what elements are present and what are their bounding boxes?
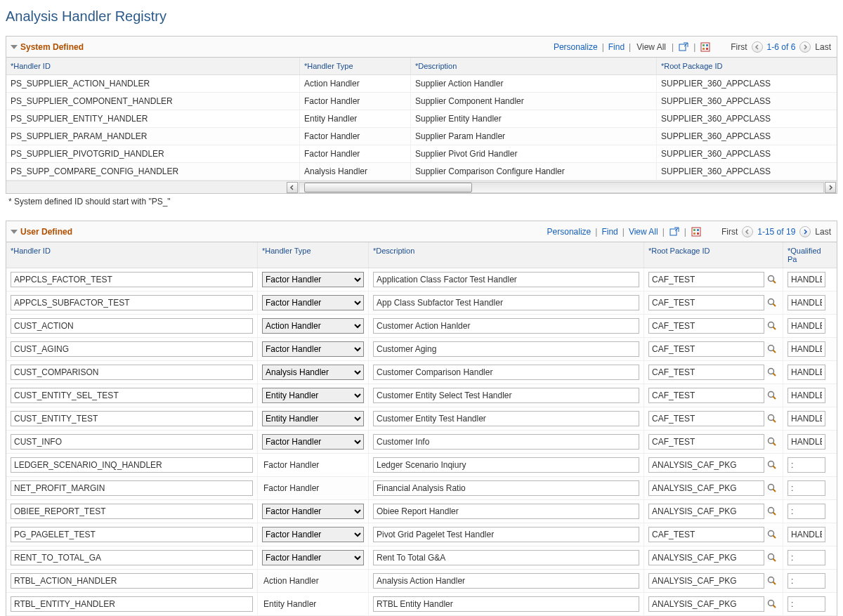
lookup-icon[interactable] bbox=[766, 575, 778, 587]
lookup-icon[interactable] bbox=[766, 366, 778, 379]
root-package-input[interactable] bbox=[648, 411, 764, 426]
handler-type-select[interactable]: Action HandlerAnalysis HandlerEntity Han… bbox=[262, 365, 364, 380]
lookup-icon[interactable] bbox=[766, 435, 778, 448]
lookup-icon[interactable] bbox=[766, 459, 778, 471]
collapse-icon[interactable] bbox=[11, 230, 18, 234]
description-input[interactable] bbox=[373, 272, 639, 287]
description-input[interactable] bbox=[373, 434, 639, 450]
handler-id-input[interactable] bbox=[11, 550, 253, 565]
qualified-path-input[interactable] bbox=[788, 434, 825, 450]
handler-type-select[interactable]: Action HandlerAnalysis HandlerEntity Han… bbox=[262, 434, 364, 450]
first-link[interactable]: First bbox=[721, 227, 738, 237]
qualified-path-input[interactable] bbox=[788, 596, 825, 612]
download-icon[interactable] bbox=[700, 41, 711, 53]
col-handler-id[interactable]: *Handler ID bbox=[6, 242, 258, 268]
personalize-link[interactable]: Personalize bbox=[547, 227, 592, 237]
handler-id-input[interactable] bbox=[11, 457, 253, 473]
handler-id-input[interactable] bbox=[11, 504, 253, 519]
handler-type-select[interactable]: Action HandlerAnalysis HandlerEntity Han… bbox=[262, 272, 364, 287]
description-input[interactable] bbox=[373, 457, 639, 473]
collapse-icon[interactable] bbox=[11, 45, 18, 49]
description-input[interactable] bbox=[373, 527, 639, 542]
qualified-path-input[interactable] bbox=[788, 573, 825, 589]
qualified-path-input[interactable] bbox=[788, 318, 825, 334]
first-link[interactable]: First bbox=[731, 42, 747, 52]
col-description[interactable]: *Description bbox=[369, 242, 644, 268]
lookup-icon[interactable] bbox=[766, 296, 778, 309]
description-input[interactable] bbox=[373, 341, 639, 357]
root-package-input[interactable] bbox=[648, 365, 764, 380]
prev-button[interactable] bbox=[752, 41, 763, 53]
handler-id-input[interactable] bbox=[11, 573, 253, 589]
description-input[interactable] bbox=[373, 573, 639, 589]
lookup-icon[interactable] bbox=[766, 551, 778, 564]
description-input[interactable] bbox=[373, 480, 639, 496]
handler-id-input[interactable] bbox=[11, 318, 253, 334]
root-package-input[interactable] bbox=[648, 434, 764, 450]
root-package-input[interactable] bbox=[648, 341, 764, 357]
next-button[interactable] bbox=[799, 226, 811, 237]
col-description[interactable]: *Description bbox=[411, 58, 657, 74]
handler-type-select[interactable]: Action HandlerAnalysis HandlerEntity Han… bbox=[262, 527, 364, 542]
system-hscrollbar[interactable] bbox=[6, 181, 837, 193]
qualified-path-input[interactable] bbox=[788, 388, 825, 403]
handler-id-input[interactable] bbox=[11, 295, 253, 310]
find-link[interactable]: Find bbox=[608, 42, 625, 52]
qualified-path-input[interactable] bbox=[788, 341, 825, 357]
handler-type-select[interactable]: Action HandlerAnalysis HandlerEntity Han… bbox=[262, 341, 364, 357]
find-link[interactable]: Find bbox=[601, 227, 617, 237]
personalize-link[interactable]: Personalize bbox=[554, 42, 598, 52]
description-input[interactable] bbox=[373, 318, 639, 334]
handler-type-select[interactable]: Action HandlerAnalysis HandlerEntity Han… bbox=[262, 504, 364, 519]
root-package-input[interactable] bbox=[648, 272, 764, 287]
qualified-path-input[interactable] bbox=[788, 527, 825, 542]
lookup-icon[interactable] bbox=[766, 412, 778, 425]
handler-id-input[interactable] bbox=[11, 388, 253, 403]
handler-id-input[interactable] bbox=[11, 365, 253, 380]
scroll-right-icon[interactable] bbox=[825, 182, 836, 193]
description-input[interactable] bbox=[373, 388, 639, 403]
qualified-path-input[interactable] bbox=[788, 272, 825, 287]
next-button[interactable] bbox=[799, 41, 811, 53]
lookup-icon[interactable] bbox=[766, 389, 778, 402]
qualified-path-input[interactable] bbox=[788, 480, 825, 496]
prev-button[interactable] bbox=[742, 226, 753, 237]
root-package-input[interactable] bbox=[648, 573, 764, 589]
handler-type-select[interactable]: Action HandlerAnalysis HandlerEntity Han… bbox=[262, 388, 364, 403]
root-package-input[interactable] bbox=[648, 295, 764, 310]
root-package-input[interactable] bbox=[648, 318, 764, 334]
handler-type-select[interactable]: Action HandlerAnalysis HandlerEntity Han… bbox=[262, 295, 364, 310]
col-handler-type[interactable]: *Handler Type bbox=[300, 58, 411, 74]
description-input[interactable] bbox=[373, 411, 639, 426]
lookup-icon[interactable] bbox=[766, 320, 778, 332]
handler-id-input[interactable] bbox=[11, 341, 253, 357]
root-package-input[interactable] bbox=[648, 550, 764, 565]
qualified-path-input[interactable] bbox=[788, 365, 825, 380]
description-input[interactable] bbox=[373, 365, 639, 380]
root-package-input[interactable] bbox=[648, 480, 764, 496]
lookup-icon[interactable] bbox=[766, 598, 778, 610]
root-package-input[interactable] bbox=[648, 457, 764, 473]
description-input[interactable] bbox=[373, 550, 639, 565]
qualified-path-input[interactable] bbox=[788, 411, 825, 426]
root-package-input[interactable] bbox=[648, 504, 764, 519]
col-root-package[interactable]: *Root Package ID bbox=[644, 242, 783, 268]
lookup-icon[interactable] bbox=[766, 482, 778, 494]
handler-id-input[interactable] bbox=[11, 596, 253, 612]
root-package-input[interactable] bbox=[648, 388, 764, 403]
description-input[interactable] bbox=[373, 596, 639, 612]
description-input[interactable] bbox=[373, 504, 639, 519]
col-root-package[interactable]: *Root Package ID bbox=[657, 58, 828, 74]
last-link[interactable]: Last bbox=[815, 42, 831, 52]
description-input[interactable] bbox=[373, 295, 639, 310]
handler-id-input[interactable] bbox=[11, 480, 253, 496]
lookup-icon[interactable] bbox=[766, 343, 778, 355]
col-handler-type[interactable]: *Handler Type bbox=[258, 242, 369, 268]
zoom-icon[interactable] bbox=[678, 41, 689, 53]
handler-id-input[interactable] bbox=[11, 527, 253, 542]
scroll-left-icon[interactable] bbox=[287, 182, 298, 193]
last-link[interactable]: Last bbox=[815, 227, 831, 237]
handler-type-select[interactable]: Action HandlerAnalysis HandlerEntity Han… bbox=[262, 411, 364, 426]
lookup-icon[interactable] bbox=[766, 505, 778, 518]
lookup-icon[interactable] bbox=[766, 528, 778, 541]
